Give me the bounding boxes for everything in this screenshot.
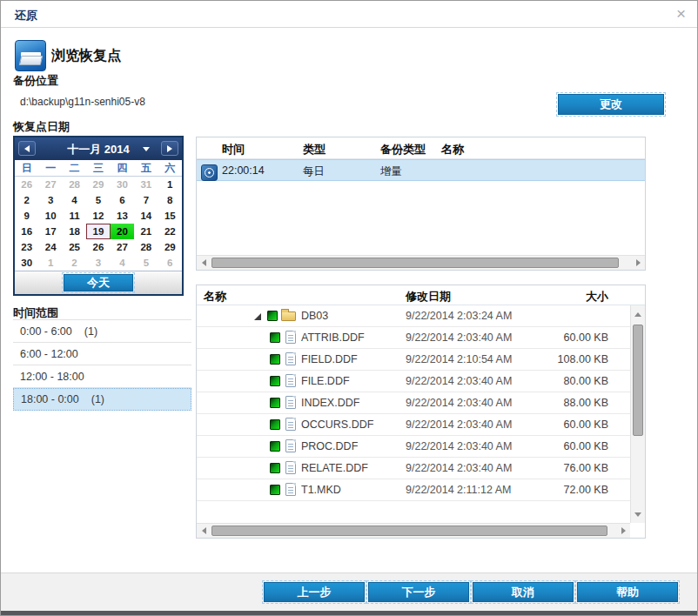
file-row[interactable]: ATTRIB.DDF 9/22/2014 2:03:40 AM 60.00 KB [197, 327, 630, 349]
file-checkbox[interactable] [267, 311, 278, 321]
calendar-day[interactable]: 2 [15, 192, 38, 208]
scroll-right-icon[interactable] [631, 256, 645, 270]
previous-button[interactable]: 上一步 [264, 582, 365, 602]
scroll-down-icon[interactable] [631, 507, 645, 521]
calendar-day[interactable]: 29 [158, 239, 182, 255]
close-icon[interactable]: × [676, 5, 686, 23]
horizontal-scrollbar[interactable] [197, 255, 645, 270]
calendar-day[interactable]: 24 [38, 239, 62, 255]
calendar-day[interactable]: 15 [158, 208, 182, 224]
calendar-day[interactable]: 3 [86, 255, 110, 271]
calendar-day[interactable]: 8 [158, 192, 182, 208]
calendar-day[interactable]: 26 [86, 239, 110, 255]
file-size: 88.00 KB [539, 397, 608, 409]
calendar-day[interactable]: 17 [38, 224, 62, 239]
calendar-day[interactable]: 2 [63, 255, 86, 271]
calendar-day[interactable]: 30 [111, 177, 134, 192]
time-range-item[interactable]: 6:00 - 12:00 [13, 343, 191, 365]
scrollbar-thumb[interactable] [633, 325, 643, 436]
file-checkbox[interactable] [270, 398, 280, 408]
column-header-time[interactable]: 时间 [222, 142, 245, 157]
scroll-right-icon[interactable] [616, 524, 630, 538]
backup-location-path: d:\backup\g11n-senhi05-v8 [20, 96, 145, 108]
calendar-next-month-button[interactable] [161, 141, 178, 156]
file-row[interactable]: DB03 9/22/2014 2:03:24 AM [197, 305, 630, 327]
file-row[interactable]: PROC.DDF 9/22/2014 2:03:40 AM 60.00 KB [197, 436, 630, 458]
calendar-day[interactable]: 18 [63, 224, 86, 239]
calendar-day[interactable]: 1 [38, 255, 62, 271]
file-row[interactable]: RELATE.DDF 9/22/2014 2:03:40 AM 76.00 KB [197, 458, 630, 479]
file-checkbox[interactable] [270, 441, 280, 452]
time-range-item[interactable]: 18:00 - 0:00(1) [13, 388, 191, 411]
calendar-day[interactable]: 28 [63, 177, 86, 192]
calendar-day[interactable]: 27 [38, 177, 62, 192]
column-header-backup-type[interactable]: 备份类型 [380, 142, 426, 157]
today-button[interactable]: 今天 [64, 274, 133, 291]
file-row[interactable]: OCCURS.DDF 9/22/2014 2:03:40 AM 60.00 KB [197, 414, 630, 436]
scroll-left-icon[interactable] [197, 256, 211, 270]
calendar-day[interactable]: 28 [134, 239, 158, 255]
calendar-day[interactable]: 30 [15, 255, 38, 271]
calendar-day[interactable]: 29 [86, 177, 110, 192]
calendar-day[interactable]: 22 [158, 224, 182, 239]
recovery-point-row[interactable]: 22:00:14 每日 增量 [197, 159, 645, 181]
column-header-size[interactable]: 大小 [547, 289, 608, 305]
column-header-name[interactable]: 名称 [204, 289, 226, 305]
calendar-day[interactable]: 19 [86, 224, 110, 239]
calendar-day[interactable]: 3 [38, 192, 62, 208]
scroll-up-icon[interactable] [631, 307, 645, 321]
file-checkbox[interactable] [270, 485, 280, 495]
calendar-dropdown-icon[interactable] [143, 147, 150, 151]
calendar-day[interactable]: 1 [158, 177, 182, 192]
calendar-day[interactable]: 5 [134, 255, 158, 271]
calendar-day[interactable]: 5 [86, 192, 110, 208]
column-header-type[interactable]: 类型 [303, 142, 326, 157]
file-row[interactable]: INDEX.DDF 9/22/2014 2:03:40 AM 88.00 KB [197, 392, 630, 414]
calendar-day[interactable]: 25 [63, 239, 86, 255]
file-checkbox[interactable] [270, 376, 280, 386]
restore-dialog: 还原 × 浏览恢复点 备份位置 d:\backup\g11n-senhi05-v… [0, 0, 698, 616]
change-button[interactable]: 更改 [558, 94, 664, 115]
calendar-day[interactable]: 4 [111, 255, 134, 271]
file-row[interactable]: T1.MKD 9/22/2014 2:11:12 AM 72.00 KB [197, 479, 630, 501]
file-checkbox[interactable] [270, 463, 280, 473]
calendar-day[interactable]: 21 [134, 224, 158, 239]
calendar-day[interactable]: 4 [63, 192, 86, 208]
time-range-item[interactable]: 0:00 - 6:00(1) [13, 320, 191, 343]
calendar-day[interactable]: 6 [111, 192, 134, 208]
calendar-day[interactable]: 26 [15, 177, 38, 192]
vertical-scrollbar[interactable] [630, 305, 645, 523]
expand-toggle-icon[interactable] [254, 313, 261, 320]
calendar-day[interactable]: 27 [111, 239, 134, 255]
calendar-day[interactable]: 16 [15, 224, 38, 239]
next-button[interactable]: 下一步 [368, 582, 469, 602]
column-header-modified[interactable]: 修改日期 [406, 289, 451, 305]
file-checkbox[interactable] [270, 419, 280, 430]
help-button[interactable]: 帮助 [577, 582, 678, 602]
calendar-day[interactable]: 11 [63, 208, 86, 224]
calendar-day[interactable]: 31 [134, 177, 158, 192]
calendar-day[interactable]: 14 [134, 208, 158, 224]
calendar-day[interactable]: 12 [86, 208, 110, 224]
browse-folder-icon [15, 40, 46, 71]
scrollbar-thumb[interactable] [211, 526, 607, 536]
calendar-day[interactable]: 6 [158, 255, 182, 271]
cancel-button[interactable]: 取消 [473, 582, 574, 602]
scroll-left-icon[interactable] [197, 524, 211, 538]
horizontal-scrollbar[interactable] [197, 523, 630, 538]
calendar-day[interactable]: 20 [111, 224, 134, 239]
file-row[interactable]: FIELD.DDF 9/22/2014 2:10:54 AM 108.00 KB [197, 349, 630, 371]
time-range-item[interactable]: 12:00 - 18:00 [13, 365, 191, 388]
column-header-name[interactable]: 名称 [441, 142, 464, 157]
file-icon [285, 331, 296, 344]
calendar-day[interactable]: 10 [38, 208, 62, 224]
file-checkbox[interactable] [270, 354, 280, 365]
scrollbar-thumb[interactable] [211, 258, 619, 268]
calendar-day[interactable]: 7 [134, 192, 158, 208]
file-checkbox[interactable] [270, 332, 280, 343]
calendar-day[interactable]: 13 [111, 208, 134, 224]
calendar-day[interactable]: 9 [15, 208, 38, 224]
calendar-day[interactable]: 23 [15, 239, 38, 255]
file-row[interactable]: FILE.DDF 9/22/2014 2:03:40 AM 80.00 KB [197, 371, 630, 392]
file-modified-date: 9/22/2014 2:03:40 AM [406, 397, 512, 409]
